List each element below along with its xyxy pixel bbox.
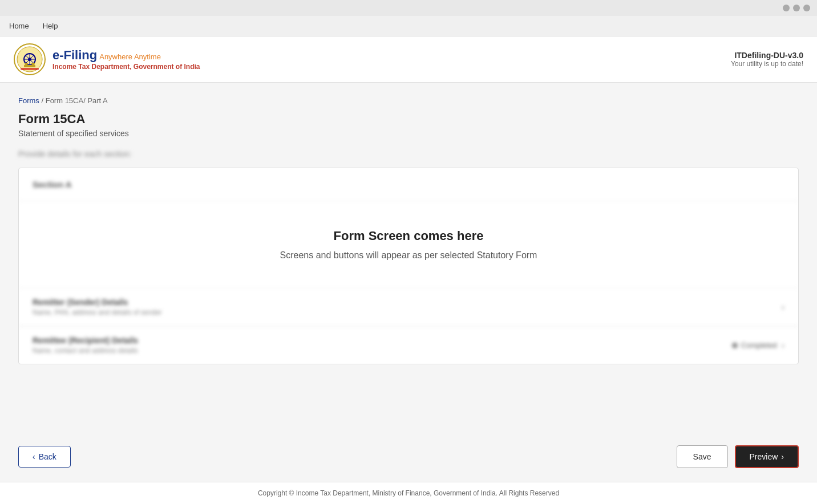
footer: Copyright © Income Tax Department, Minis… — [0, 482, 817, 504]
section-recipient: Remittee (Recipient) Details Name, conta… — [19, 326, 798, 364]
overlay-title: Form Screen comes here — [33, 229, 784, 243]
title-bar-dot-2 — [793, 5, 800, 11]
logo-area: e-Filing Anywhere Anytime Income Tax Dep… — [14, 43, 200, 75]
back-chevron-icon: ‹ — [33, 452, 35, 461]
svg-point-10 — [31, 63, 35, 65]
back-button[interactable]: ‹ Back — [18, 446, 71, 468]
preview-button[interactable]: Preview › — [735, 445, 799, 468]
preview-chevron-icon: › — [781, 452, 784, 461]
chevron-right-icon: › — [782, 302, 784, 312]
section-a-label: Section A — [19, 168, 798, 201]
breadcrumb-separator: / — [41, 96, 45, 105]
menu-home[interactable]: Home — [9, 22, 29, 30]
footer-text: Copyright © Income Tax Department, Minis… — [258, 489, 559, 497]
utility-status: Your utility is up to date! — [731, 60, 803, 68]
logo-efiling-text: e-Filing — [52, 48, 97, 63]
form-card: Section A Form Screen comes here Screens… — [18, 168, 799, 364]
section-recipient-row: Remittee (Recipient) Details Name, conta… — [33, 336, 784, 355]
breadcrumb-form15ca: Form 15CA/ Part A — [46, 96, 108, 105]
right-actions: Save Preview › — [677, 445, 799, 468]
section-recipient-right: Completed › — [732, 340, 784, 351]
instruction-text: Provide details for each section: — [18, 149, 799, 158]
logo-anywhere: Anywhere Anytime — [99, 52, 161, 61]
bottom-actions: ‹ Back Save Preview › — [0, 432, 817, 482]
logo-efiling: e-Filing Anywhere Anytime — [52, 48, 200, 63]
page-title: Form 15CA — [18, 112, 799, 127]
svg-rect-11 — [21, 68, 39, 70]
section-recipient-title: Remittee (Recipient) Details — [33, 336, 138, 345]
page-subtitle: Statement of specified services — [18, 129, 799, 138]
section-recipient-sub: Name, contact and address details — [33, 347, 138, 355]
header: e-Filing Anywhere Anytime Income Tax Dep… — [0, 36, 817, 83]
logo-text: e-Filing Anywhere Anytime Income Tax Dep… — [52, 48, 200, 71]
recipient-chevron-icon: › — [782, 340, 784, 351]
svg-point-9 — [25, 63, 28, 65]
section-sender: Remitter (Sender) Details Name, PAN, add… — [19, 288, 798, 326]
completed-badge: Completed — [732, 341, 777, 349]
main-content: Forms / Form 15CA/ Part A Form 15CA Stat… — [0, 83, 817, 432]
back-label: Back — [39, 452, 56, 461]
title-bar-dot-3 — [803, 5, 810, 11]
utility-info: ITDefiling-DU-v3.0 Your utility is up to… — [731, 51, 803, 68]
utility-version: ITDefiling-DU-v3.0 — [731, 51, 803, 60]
preview-label: Preview — [750, 452, 778, 461]
save-button[interactable]: Save — [677, 445, 728, 468]
title-bar-dot-1 — [783, 5, 790, 11]
section-sender-info: Remitter (Sender) Details Name, PAN, add… — [33, 298, 162, 316]
overlay-area: Form Screen comes here Screens and butto… — [19, 201, 798, 288]
completed-label: Completed — [741, 341, 777, 349]
emblem-icon — [14, 43, 46, 75]
section-sender-right: › — [782, 302, 784, 312]
title-bar — [0, 0, 817, 16]
logo-department: Income Tax Department, Government of Ind… — [52, 63, 200, 71]
breadcrumb-forms[interactable]: Forms — [18, 96, 39, 105]
svg-rect-8 — [24, 65, 35, 67]
section-sender-row: Remitter (Sender) Details Name, PAN, add… — [33, 298, 784, 316]
menu-bar: Home Help — [0, 16, 817, 36]
overlay-subtitle: Screens and buttons will appear as per s… — [33, 250, 784, 261]
section-sender-sub: Name, PAN, address and details of sender — [33, 308, 162, 316]
menu-help[interactable]: Help — [43, 22, 58, 30]
section-recipient-info: Remittee (Recipient) Details Name, conta… — [33, 336, 138, 355]
breadcrumb: Forms / Form 15CA/ Part A — [18, 96, 799, 105]
completed-dot — [732, 343, 738, 348]
section-sender-title: Remitter (Sender) Details — [33, 298, 162, 307]
